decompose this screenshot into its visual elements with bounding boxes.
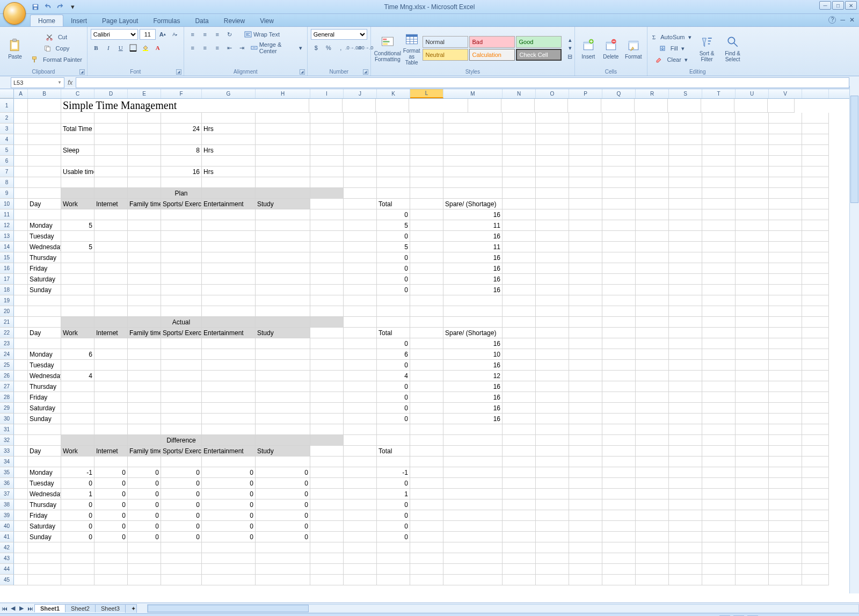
cell[interactable] <box>669 467 702 478</box>
cell[interactable]: 0 <box>94 532 128 542</box>
cell[interactable] <box>636 124 669 134</box>
cell[interactable] <box>736 199 769 209</box>
cell[interactable] <box>669 295 702 306</box>
cell[interactable] <box>128 285 161 295</box>
cell[interactable]: 0 <box>161 478 202 489</box>
cell[interactable] <box>702 564 736 575</box>
cell[interactable] <box>310 188 344 199</box>
cell[interactable] <box>94 285 128 295</box>
sheet-nav-prev-icon[interactable]: ◀ <box>9 604 17 613</box>
cell[interactable] <box>28 145 61 156</box>
cell[interactable] <box>503 435 536 446</box>
cell[interactable]: 0 <box>256 489 310 499</box>
cell[interactable]: Saturday <box>28 521 61 532</box>
cell[interactable] <box>128 392 161 403</box>
cell[interactable] <box>443 446 503 456</box>
cell[interactable] <box>202 424 256 435</box>
percent-button[interactable]: % <box>323 42 334 53</box>
align-center-button[interactable]: ≡ <box>200 42 210 53</box>
cell[interactable] <box>61 209 94 220</box>
cell[interactable] <box>569 467 602 478</box>
cell[interactable] <box>28 424 61 435</box>
close-button[interactable]: ✕ <box>845 1 857 10</box>
cell[interactable] <box>769 435 802 446</box>
cell[interactable] <box>202 209 256 220</box>
cell[interactable] <box>310 166 344 177</box>
cell[interactable] <box>344 338 377 349</box>
cell[interactable] <box>669 424 702 435</box>
cell[interactable] <box>602 564 636 575</box>
cell[interactable] <box>443 113 503 124</box>
cell[interactable] <box>443 510 503 521</box>
cell[interactable] <box>602 242 636 252</box>
cell[interactable] <box>769 456 802 467</box>
cell[interactable] <box>410 360 443 371</box>
cell[interactable] <box>736 134 769 145</box>
cell[interactable] <box>344 252 377 263</box>
cell[interactable] <box>28 575 61 585</box>
insert-cells-button[interactable]: Insert <box>578 31 599 66</box>
cell[interactable] <box>569 317 602 328</box>
cell[interactable] <box>802 274 829 285</box>
cell[interactable] <box>14 338 28 349</box>
cell[interactable] <box>536 510 569 521</box>
cell[interactable] <box>769 446 802 456</box>
cell[interactable] <box>669 564 702 575</box>
cell[interactable] <box>602 435 636 446</box>
decrease-indent-button[interactable]: ⇤ <box>224 42 235 53</box>
cell[interactable] <box>161 177 202 188</box>
cell[interactable] <box>128 542 161 553</box>
cell[interactable] <box>569 274 602 285</box>
formula-input[interactable] <box>76 77 849 88</box>
cell[interactable] <box>14 381 28 392</box>
cell[interactable] <box>736 521 769 532</box>
cell[interactable] <box>161 113 202 124</box>
cell[interactable] <box>256 371 310 381</box>
cell[interactable] <box>503 349 536 360</box>
cell[interactable]: 16 <box>443 263 503 274</box>
cell[interactable] <box>702 435 736 446</box>
cell[interactable]: 0 <box>128 489 161 499</box>
cell[interactable] <box>503 156 536 166</box>
cell[interactable] <box>769 145 802 156</box>
cell[interactable] <box>802 499 829 510</box>
sheet-nav-first-icon[interactable]: ⏮ <box>0 604 9 613</box>
cell[interactable] <box>569 177 602 188</box>
cell[interactable] <box>310 328 344 338</box>
cell[interactable]: 0 <box>377 231 410 242</box>
cell[interactable] <box>602 414 636 424</box>
cell[interactable] <box>503 414 536 424</box>
cell[interactable] <box>769 113 802 124</box>
cell[interactable] <box>161 156 202 166</box>
cell[interactable] <box>410 134 443 145</box>
cell[interactable] <box>536 575 569 585</box>
cell[interactable]: Hrs <box>202 124 256 134</box>
cell[interactable] <box>310 489 344 499</box>
cell[interactable] <box>128 145 161 156</box>
cell[interactable] <box>636 403 669 414</box>
cell[interactable] <box>128 220 161 231</box>
cell[interactable] <box>769 177 802 188</box>
cell[interactable] <box>503 134 536 145</box>
row-header[interactable]: 28 <box>0 392 14 403</box>
qat-customize-icon[interactable]: ▾ <box>67 2 78 12</box>
cell[interactable] <box>669 575 702 585</box>
italic-button[interactable]: I <box>103 42 114 53</box>
cell[interactable]: 8 <box>161 145 202 156</box>
cell[interactable] <box>28 542 61 553</box>
cell[interactable] <box>377 424 410 435</box>
cell[interactable] <box>310 564 344 575</box>
cell[interactable] <box>769 392 802 403</box>
cell[interactable] <box>410 124 443 134</box>
cell[interactable] <box>310 403 344 414</box>
cell[interactable] <box>769 328 802 338</box>
row-header[interactable]: 15 <box>0 252 14 263</box>
cell[interactable] <box>669 274 702 285</box>
cell[interactable]: Hrs <box>202 145 256 156</box>
cell[interactable] <box>344 156 377 166</box>
cell[interactable] <box>569 489 602 499</box>
cell[interactable] <box>344 381 377 392</box>
cell[interactable]: 0 <box>377 478 410 489</box>
cell[interactable] <box>443 188 503 199</box>
cell[interactable] <box>536 113 569 124</box>
